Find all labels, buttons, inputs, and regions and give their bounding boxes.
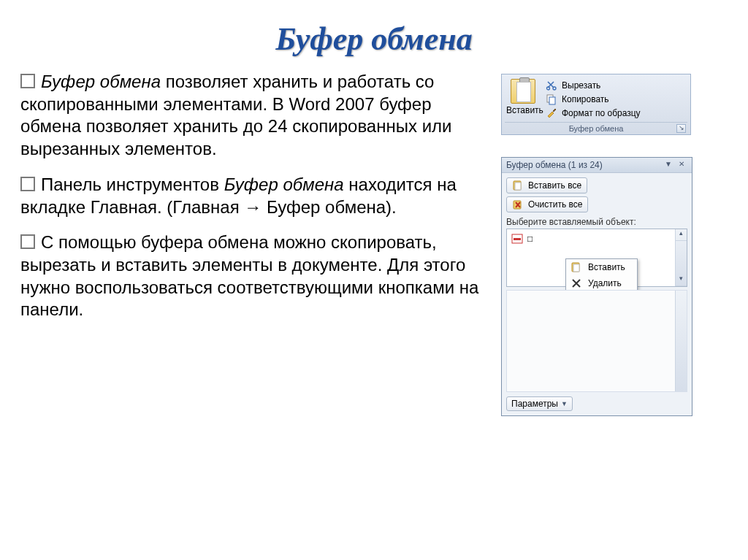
format-painter-label: Формат по образцу	[562, 108, 641, 118]
clear-all-button[interactable]: Очистить все	[506, 196, 588, 212]
scrollbar[interactable]	[675, 291, 687, 391]
pane-header: Буфер обмена (1 из 24) ▼ ✕	[502, 158, 692, 173]
scroll-track[interactable]	[676, 241, 687, 275]
scroll-down-icon[interactable]: ▾	[676, 275, 687, 286]
delete-icon	[570, 277, 582, 289]
scrollbar[interactable]: ▴ ▾	[675, 229, 687, 286]
pane-title: Буфер обмена (1 из 24)	[506, 160, 603, 170]
dialog-launcher-icon[interactable]: ↘	[676, 124, 686, 133]
ribbon-group-label: Буфер обмена	[569, 124, 624, 133]
paste-all-button[interactable]: Вставить все	[506, 177, 587, 193]
item-icon	[511, 233, 523, 245]
svg-rect-8	[514, 238, 521, 240]
copy-button[interactable]: Копировать	[544, 93, 687, 106]
format-painter-button[interactable]: Формат по образцу	[544, 107, 687, 120]
copy-label: Копировать	[562, 94, 609, 104]
svg-point-1	[553, 87, 556, 90]
bullet-1: Буфер обмена позволяет хранить и работат…	[20, 71, 488, 161]
clear-all-icon	[512, 199, 524, 210]
pane-body: Вставить все Очистить все Выберите встав…	[502, 173, 692, 415]
bullet-1-em: Буфер обмена	[41, 72, 161, 91]
clipboard-list-inner: □ Вставить	[507, 229, 675, 286]
bullet-icon	[20, 177, 35, 191]
clear-all-label: Очистить все	[528, 199, 582, 210]
close-icon[interactable]: ✕	[676, 160, 687, 170]
paste-all-label: Вставить все	[528, 180, 581, 191]
pane-prompt: Выберите вставляемый объект:	[506, 217, 687, 227]
text-column: Буфер обмена позволяет хранить и работат…	[20, 71, 488, 416]
clipboard-item[interactable]: □	[510, 232, 672, 245]
copy-icon	[546, 93, 557, 105]
content-row: Буфер обмена позволяет хранить и работат…	[0, 71, 748, 416]
paste-all-icon	[512, 180, 524, 191]
paste-button[interactable]: Вставить	[505, 77, 541, 120]
ribbon-body: Вставить Вырезать Копировать	[505, 77, 687, 120]
context-delete[interactable]: Удалить	[566, 275, 637, 291]
paste-icon	[511, 79, 535, 104]
params-button[interactable]: Параметры ▼	[506, 396, 573, 411]
bullet-2-em: Буфер обмена	[224, 174, 344, 194]
chevron-down-icon[interactable]: ▼	[663, 160, 674, 170]
svg-point-0	[547, 87, 550, 90]
bullet-2: Панель инструментов Буфер обмена находит…	[20, 174, 488, 218]
item-text: □	[527, 234, 533, 244]
clipboard-pane: Буфер обмена (1 из 24) ▼ ✕ Вставить все	[501, 157, 692, 416]
svg-rect-5	[515, 183, 521, 190]
paste-label: Вставить	[506, 105, 540, 115]
paste-icon	[570, 261, 582, 273]
chevron-down-icon: ▼	[561, 400, 568, 407]
slide-title: Буфер обмена	[0, 0, 748, 71]
context-delete-label: Удалить	[588, 278, 622, 288]
context-paste[interactable]: Вставить	[566, 259, 637, 275]
bullet-3: С помощью буфера обмена можно скопироват…	[20, 231, 488, 321]
cut-label: Вырезать	[562, 80, 600, 91]
scroll-up-icon[interactable]: ▴	[676, 229, 687, 241]
ribbon-small-buttons: Вырезать Копировать Формат по образцу	[544, 77, 687, 120]
ribbon-group-footer: Буфер обмена ↘	[505, 122, 687, 133]
scissors-icon	[546, 80, 557, 91]
ribbon-clipboard-group: Вставить Вырезать Копировать	[501, 74, 691, 135]
params-label: Параметры	[511, 399, 558, 409]
bullet-2-a: Панель инструментов	[41, 174, 224, 194]
brush-icon	[546, 107, 557, 119]
svg-rect-10	[573, 264, 579, 272]
svg-rect-3	[549, 97, 555, 104]
context-menu: Вставить Удалить	[565, 258, 638, 292]
bullet-icon	[20, 234, 35, 249]
bullet-icon	[20, 74, 35, 88]
cut-button[interactable]: Вырезать	[544, 79, 687, 92]
screenshots-column: Вставить Вырезать Копировать	[501, 71, 728, 416]
clipboard-list: □ Вставить	[506, 229, 687, 287]
context-paste-label: Вставить	[588, 262, 625, 272]
pane-empty-area	[506, 290, 687, 392]
bullet-3-text: С помощью буфера обмена можно скопироват…	[20, 232, 478, 319]
